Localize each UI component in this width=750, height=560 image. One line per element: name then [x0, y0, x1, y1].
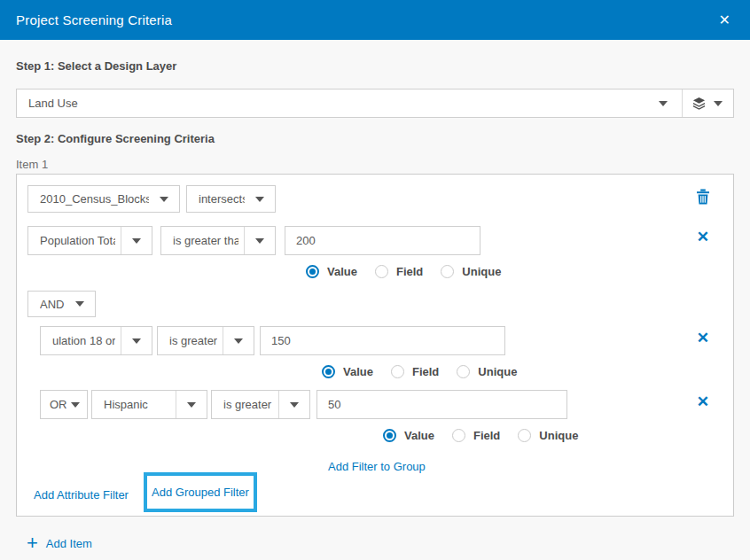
item1-label: Item 1: [16, 158, 48, 171]
close-icon: ✕: [697, 229, 709, 245]
radio-value-label: Value: [404, 429, 434, 442]
radio-unique[interactable]: Unique: [518, 429, 578, 442]
spatial-operator-value: intersects: [199, 192, 245, 206]
add-item-label: Add Item: [46, 537, 92, 550]
divider: [121, 327, 121, 354]
chevron-down-icon: [160, 197, 168, 202]
group-field-select[interactable]: ulation 18 or greater: [40, 326, 152, 355]
radio-unique-label: Unique: [539, 429, 578, 442]
radio-unique-label: Unique: [462, 265, 501, 278]
chevron-down-icon: [132, 338, 141, 344]
chevron-down-icon: [75, 301, 84, 307]
radio-unselected-icon: [452, 429, 465, 442]
conjunction-value: AND: [40, 298, 65, 311]
chevron-down-icon: [255, 197, 264, 202]
divider: [176, 391, 176, 418]
divider: [121, 227, 121, 254]
step2-label: Step 2: Configure Screening Criteria: [16, 132, 215, 145]
grouped-filter-row-1: ulation 18 or greater is greater than: [40, 326, 505, 355]
chevron-down-icon: [659, 101, 668, 106]
target-layer-value: 2010_Census_Blocks: [40, 192, 149, 206]
tutorial-highlight-box: Add Grouped Filter: [144, 472, 257, 512]
radio-field-label: Field: [473, 429, 500, 442]
dialog-title: Project Screening Criteria: [16, 12, 715, 27]
close-icon[interactable]: ✕: [715, 10, 734, 30]
design-layer-value: Land Use: [28, 97, 648, 110]
group-operator-select[interactable]: is greater than: [211, 390, 310, 419]
divider: [223, 327, 223, 354]
group-operator-value: is greater than: [169, 334, 217, 347]
radio-unique[interactable]: Unique: [441, 265, 501, 278]
step1-label: Step 1: Select a Design Layer: [16, 59, 176, 73]
group-field-value: Hispanic: [104, 398, 170, 411]
add-attribute-filter-link[interactable]: Add Attribute Filter: [34, 488, 129, 502]
add-filter-to-group-link[interactable]: Add Filter to Group: [328, 460, 426, 473]
radio-selected-icon: [306, 265, 319, 278]
group-conjunction-select[interactable]: OR: [40, 390, 88, 419]
chevron-down-icon: [255, 238, 264, 244]
trash-icon: [696, 189, 710, 205]
group-conjunction-value: OR: [50, 398, 67, 411]
group-operator-value: is greater than: [223, 398, 273, 411]
divider: [278, 391, 279, 418]
value-type-radio-group: Value Field Unique: [383, 428, 596, 442]
radio-field-label: Field: [412, 365, 439, 378]
group-operator-select[interactable]: is greater than: [157, 326, 254, 355]
plus-icon: +: [27, 534, 38, 552]
spatial-operator-select[interactable]: intersects: [186, 185, 276, 213]
dialog-header: Project Screening Criteria ✕: [0, 0, 750, 40]
radio-value[interactable]: Value: [322, 365, 373, 378]
value-input[interactable]: [285, 226, 480, 255]
radio-field-label: Field: [396, 265, 423, 278]
divider: [682, 89, 683, 117]
item1-panel: 2010_Census_Blocks intersects: [16, 174, 734, 517]
radio-selected-icon: [322, 365, 335, 378]
grouped-filter-row-2: OR Hispanic is greater than: [40, 390, 567, 419]
remove-filter-button[interactable]: ✕: [697, 229, 709, 245]
radio-unselected-icon: [457, 365, 470, 378]
radio-field[interactable]: Field: [391, 365, 439, 378]
radio-value[interactable]: Value: [306, 265, 357, 278]
operator-value: is greater than: [173, 234, 238, 247]
target-layer-select[interactable]: 2010_Census_Blocks: [27, 185, 180, 213]
radio-unselected-icon: [375, 265, 388, 278]
chevron-down-icon: [234, 338, 243, 344]
radio-selected-icon: [383, 429, 396, 442]
conjunction-row: AND: [27, 291, 96, 317]
divider: [244, 227, 245, 254]
radio-unique[interactable]: Unique: [457, 365, 517, 378]
radio-unselected-icon: [391, 365, 404, 378]
value-type-radio-group: Value Field Unique: [322, 364, 535, 378]
radio-unselected-icon: [518, 429, 531, 442]
group-field-value: ulation 18 or greater: [52, 334, 115, 347]
radio-value[interactable]: Value: [383, 429, 434, 442]
close-icon: ✕: [697, 330, 709, 346]
add-grouped-filter-link[interactable]: Add Grouped Filter: [152, 486, 249, 499]
chevron-down-icon: [187, 402, 196, 408]
add-item-button[interactable]: + Add Item: [27, 534, 92, 552]
spatial-filter-row: 2010_Census_Blocks intersects: [27, 185, 276, 213]
radio-unique-label: Unique: [478, 365, 517, 378]
remove-group-filter-button[interactable]: ✕: [697, 331, 709, 346]
radio-field[interactable]: Field: [452, 429, 500, 442]
chevron-down-icon: [290, 402, 299, 408]
layer-menu-chevron-down-icon[interactable]: [714, 101, 723, 106]
group-field-select[interactable]: Hispanic: [91, 390, 207, 419]
radio-field[interactable]: Field: [375, 265, 423, 278]
conjunction-select[interactable]: AND: [27, 291, 96, 317]
close-icon: ✕: [697, 393, 709, 410]
remove-group-filter-button[interactable]: ✕: [697, 394, 709, 409]
radio-unselected-icon: [441, 265, 454, 278]
group-value-input[interactable]: [316, 390, 567, 419]
field-select[interactable]: Population Total: [27, 226, 152, 255]
attribute-filter-row: Population Total is greater than: [27, 226, 480, 255]
chevron-down-icon: [132, 238, 141, 244]
group-value-input[interactable]: [260, 326, 505, 355]
delete-item-button[interactable]: [696, 189, 710, 205]
radio-value-label: Value: [327, 265, 357, 278]
field-value: Population Total: [40, 234, 115, 247]
value-type-radio-group: Value Field Unique: [306, 264, 519, 278]
operator-select[interactable]: is greater than: [160, 226, 276, 255]
layers-icon[interactable]: [692, 97, 706, 110]
design-layer-select[interactable]: Land Use: [16, 89, 734, 118]
